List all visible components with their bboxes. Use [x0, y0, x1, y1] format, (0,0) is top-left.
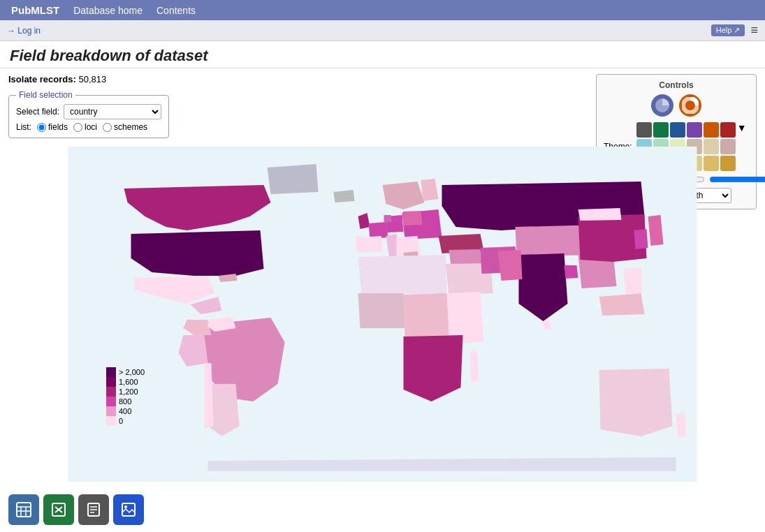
- map-container: > 2,000 1,600 1,200 800 400 0: [8, 147, 757, 482]
- svg-rect-14: [122, 503, 135, 516]
- map-legend: > 2,000 1,600 1,200 800 400 0: [106, 367, 145, 426]
- swatch-orange[interactable]: [704, 122, 719, 138]
- field-select[interactable]: country year disease species continent a…: [64, 104, 161, 119]
- legend-color-0: [106, 416, 116, 426]
- export-excel-button[interactable]: [43, 494, 74, 525]
- legend-label-0: 0: [119, 417, 123, 425]
- swatch-purple[interactable]: [687, 122, 702, 138]
- legend-label-2000: > 2,000: [119, 368, 145, 376]
- legend-label-400: 400: [119, 407, 131, 415]
- north-africa[interactable]: [358, 255, 447, 295]
- swatch-blue[interactable]: [670, 122, 685, 138]
- main-content: Isolate records: 50,813 Field selection …: [0, 68, 765, 487]
- svg-rect-2: [17, 503, 31, 517]
- legend-color-1600: [106, 377, 116, 387]
- list-label: List:: [16, 122, 31, 132]
- swatch-red[interactable]: [720, 122, 736, 138]
- donut-chart-icon[interactable]: [679, 94, 701, 117]
- nav-contents[interactable]: Contents: [156, 5, 196, 16]
- second-bar: → Log in Help ↗ ≡: [0, 20, 765, 41]
- west-africa[interactable]: [358, 293, 405, 328]
- radio-loci[interactable]: [73, 123, 82, 132]
- field-selection: Field selection Select field: country ye…: [8, 90, 169, 138]
- legend-color-2000: [106, 367, 116, 377]
- legend-item-400: 400: [106, 406, 145, 416]
- world-map: [8, 147, 757, 482]
- theme-row-1: ▼: [636, 122, 747, 138]
- page-title: Field breakdown of dataset: [10, 47, 755, 65]
- legend-label-800: 800: [119, 397, 131, 406]
- levant[interactable]: [449, 249, 482, 265]
- legend-item-0: 0: [106, 416, 145, 426]
- export-image-button[interactable]: [113, 494, 144, 525]
- bangladesh[interactable]: [564, 265, 578, 279]
- sri-lanka[interactable]: [544, 321, 551, 330]
- list-radio-loci[interactable]: loci: [73, 122, 97, 132]
- swatch-green[interactable]: [653, 122, 669, 138]
- export-table-button[interactable]: [8, 494, 39, 525]
- pie-chart-icon[interactable]: [651, 94, 673, 117]
- legend-color-800: [106, 397, 116, 406]
- korea[interactable]: [634, 229, 648, 249]
- isolate-count: 50,813: [78, 74, 106, 84]
- australia[interactable]: [599, 369, 673, 436]
- legend-label-1200: 1,200: [119, 387, 138, 396]
- legend-color-400: [106, 406, 116, 416]
- legend-label-1600: 1,600: [119, 378, 138, 386]
- controls-title: Controls: [604, 80, 749, 90]
- page-title-bar: Field breakdown of dataset: [0, 41, 765, 68]
- legend-item-1200: 1,200: [106, 387, 145, 397]
- field-selection-legend: Field selection: [16, 90, 75, 100]
- legend-item-1600: 1,600: [106, 377, 145, 387]
- list-radio-schemes[interactable]: schemes: [103, 122, 147, 132]
- radio-schemes[interactable]: [103, 123, 112, 132]
- poland[interactable]: [403, 211, 423, 226]
- theme-chevron[interactable]: ▼: [737, 122, 747, 138]
- philippines[interactable]: [624, 267, 643, 295]
- brand-logo[interactable]: PubMLST: [11, 4, 59, 16]
- export-text-button[interactable]: [78, 494, 109, 525]
- greenland[interactable]: [268, 164, 319, 194]
- swatch-gray[interactable]: [636, 122, 652, 138]
- central-africa[interactable]: [404, 293, 449, 337]
- usa[interactable]: [131, 230, 264, 276]
- radio-fields[interactable]: [37, 123, 46, 132]
- iceland[interactable]: [334, 190, 355, 202]
- top-navigation: PubMLST Database home Contents: [0, 0, 765, 20]
- menu-icon[interactable]: ≡: [750, 23, 758, 38]
- indonesia[interactable]: [599, 293, 645, 316]
- export-buttons: [0, 487, 765, 532]
- legend-item-800: 800: [106, 397, 145, 406]
- svg-point-15: [124, 505, 127, 508]
- help-button[interactable]: Help ↗: [711, 24, 745, 36]
- nav-database-home[interactable]: Database home: [73, 5, 143, 16]
- select-field-label: Select field:: [16, 107, 59, 117]
- isolate-label: Isolate records:: [8, 74, 76, 84]
- pakistan[interactable]: [498, 250, 523, 281]
- benelux[interactable]: [384, 215, 392, 222]
- list-radio-fields[interactable]: fields: [37, 122, 68, 132]
- legend-item-2000: > 2,000: [106, 367, 145, 377]
- legend-color-1200: [106, 387, 116, 397]
- login-link[interactable]: → Log in: [7, 26, 41, 36]
- mongolia[interactable]: [578, 208, 622, 221]
- portugal[interactable]: [356, 236, 364, 251]
